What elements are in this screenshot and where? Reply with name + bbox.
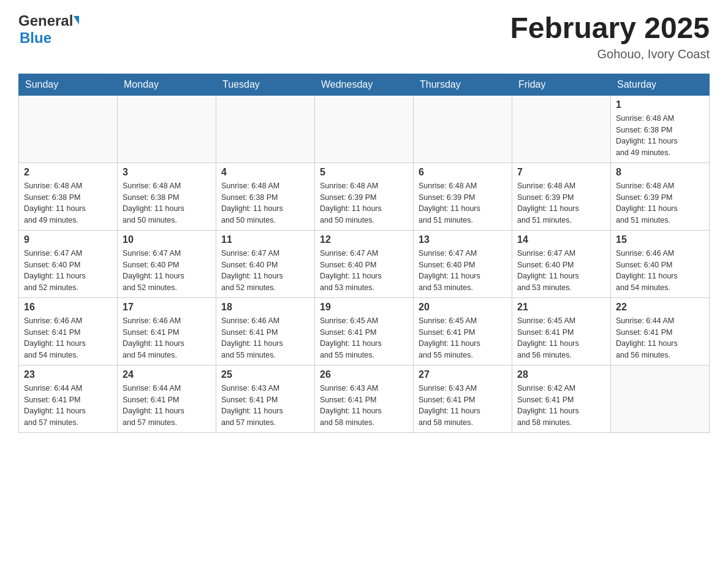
day-number: 22: [616, 302, 704, 313]
weekday-header-saturday: Saturday: [611, 74, 710, 95]
calendar-cell: 27Sunrise: 6:43 AMSunset: 6:41 PMDayligh…: [414, 365, 512, 432]
calendar-cell: 17Sunrise: 6:46 AMSunset: 6:41 PMDayligh…: [118, 297, 216, 365]
day-number: 26: [320, 369, 408, 380]
day-number: 4: [221, 167, 309, 178]
calendar-cell: 12Sunrise: 6:47 AMSunset: 6:40 PMDayligh…: [315, 230, 414, 297]
calendar-week-row: 2Sunrise: 6:48 AMSunset: 6:38 PMDaylight…: [19, 163, 710, 230]
day-info: Sunrise: 6:44 AMSunset: 6:41 PMDaylight:…: [123, 383, 211, 429]
weekday-header-monday: Monday: [118, 74, 216, 95]
day-number: 27: [419, 369, 507, 380]
day-number: 19: [320, 302, 408, 313]
calendar-cell: 1Sunrise: 6:48 AMSunset: 6:38 PMDaylight…: [611, 95, 710, 163]
calendar-cell: 20Sunrise: 6:45 AMSunset: 6:41 PMDayligh…: [414, 297, 512, 365]
day-info: Sunrise: 6:45 AMSunset: 6:41 PMDaylight:…: [320, 315, 408, 361]
day-info: Sunrise: 6:43 AMSunset: 6:41 PMDaylight:…: [320, 383, 408, 429]
calendar-cell: 4Sunrise: 6:48 AMSunset: 6:38 PMDaylight…: [216, 163, 315, 230]
weekday-header-sunday: Sunday: [19, 74, 118, 95]
day-info: Sunrise: 6:48 AMSunset: 6:38 PMDaylight:…: [616, 113, 704, 159]
day-info: Sunrise: 6:46 AMSunset: 6:41 PMDaylight:…: [24, 315, 112, 361]
day-info: Sunrise: 6:48 AMSunset: 6:38 PMDaylight:…: [123, 180, 211, 226]
day-info: Sunrise: 6:48 AMSunset: 6:38 PMDaylight:…: [221, 180, 309, 226]
day-info: Sunrise: 6:43 AMSunset: 6:41 PMDaylight:…: [221, 383, 309, 429]
weekday-header-tuesday: Tuesday: [216, 74, 315, 95]
day-info: Sunrise: 6:47 AMSunset: 6:40 PMDaylight:…: [320, 248, 408, 294]
calendar-cell: 3Sunrise: 6:48 AMSunset: 6:38 PMDaylight…: [118, 163, 216, 230]
day-info: Sunrise: 6:46 AMSunset: 6:41 PMDaylight:…: [123, 315, 211, 361]
day-number: 20: [419, 302, 507, 313]
calendar-cell: 24Sunrise: 6:44 AMSunset: 6:41 PMDayligh…: [118, 365, 216, 432]
day-info: Sunrise: 6:48 AMSunset: 6:39 PMDaylight:…: [616, 180, 704, 226]
day-info: Sunrise: 6:44 AMSunset: 6:41 PMDaylight:…: [616, 315, 704, 361]
calendar-cell: 16Sunrise: 6:46 AMSunset: 6:41 PMDayligh…: [19, 297, 118, 365]
day-number: 5: [320, 167, 408, 178]
calendar-cell: 22Sunrise: 6:44 AMSunset: 6:41 PMDayligh…: [611, 297, 710, 365]
day-number: 16: [24, 302, 112, 313]
calendar-cell: 23Sunrise: 6:44 AMSunset: 6:41 PMDayligh…: [19, 365, 118, 432]
calendar-cell: 10Sunrise: 6:47 AMSunset: 6:40 PMDayligh…: [118, 230, 216, 297]
calendar-cell: 2Sunrise: 6:48 AMSunset: 6:38 PMDaylight…: [19, 163, 118, 230]
day-number: 15: [616, 234, 704, 245]
calendar-cell: [216, 95, 315, 163]
calendar-cell: 5Sunrise: 6:48 AMSunset: 6:39 PMDaylight…: [315, 163, 414, 230]
day-number: 2: [24, 167, 112, 178]
day-info: Sunrise: 6:48 AMSunset: 6:39 PMDaylight:…: [320, 180, 408, 226]
calendar-cell: [611, 365, 710, 432]
weekday-header-thursday: Thursday: [414, 74, 512, 95]
day-number: 3: [123, 167, 211, 178]
calendar-cell: 21Sunrise: 6:45 AMSunset: 6:41 PMDayligh…: [512, 297, 611, 365]
page-header: General Blue February 2025 Gohouo, Ivory…: [18, 12, 710, 61]
calendar-week-row: 1Sunrise: 6:48 AMSunset: 6:38 PMDaylight…: [19, 95, 710, 163]
day-number: 14: [517, 234, 605, 245]
day-number: 25: [221, 369, 309, 380]
calendar-cell: [512, 95, 611, 163]
day-number: 6: [419, 167, 507, 178]
day-number: 13: [419, 234, 507, 245]
day-number: 9: [24, 234, 112, 245]
day-info: Sunrise: 6:45 AMSunset: 6:41 PMDaylight:…: [517, 315, 605, 361]
day-info: Sunrise: 6:47 AMSunset: 6:40 PMDaylight:…: [221, 248, 309, 294]
calendar-cell: [19, 95, 118, 163]
calendar-cell: [315, 95, 414, 163]
calendar-cell: 18Sunrise: 6:46 AMSunset: 6:41 PMDayligh…: [216, 297, 315, 365]
location-subtitle: Gohouo, Ivory Coast: [510, 47, 710, 61]
calendar-cell: 26Sunrise: 6:43 AMSunset: 6:41 PMDayligh…: [315, 365, 414, 432]
day-info: Sunrise: 6:47 AMSunset: 6:40 PMDaylight:…: [24, 248, 112, 294]
calendar-cell: 13Sunrise: 6:47 AMSunset: 6:40 PMDayligh…: [414, 230, 512, 297]
logo: General Blue: [18, 12, 79, 47]
calendar-cell: 14Sunrise: 6:47 AMSunset: 6:40 PMDayligh…: [512, 230, 611, 297]
day-info: Sunrise: 6:42 AMSunset: 6:41 PMDaylight:…: [517, 383, 605, 429]
calendar-week-row: 9Sunrise: 6:47 AMSunset: 6:40 PMDaylight…: [19, 230, 710, 297]
day-number: 23: [24, 369, 112, 380]
weekday-header-row: SundayMondayTuesdayWednesdayThursdayFrid…: [19, 74, 710, 95]
logo-general-text: General: [18, 12, 73, 29]
weekday-header-friday: Friday: [512, 74, 611, 95]
day-info: Sunrise: 6:46 AMSunset: 6:41 PMDaylight:…: [221, 315, 309, 361]
day-info: Sunrise: 6:47 AMSunset: 6:40 PMDaylight:…: [123, 248, 211, 294]
day-number: 11: [221, 234, 309, 245]
day-info: Sunrise: 6:47 AMSunset: 6:40 PMDaylight:…: [517, 248, 605, 294]
day-number: 17: [123, 302, 211, 313]
calendar-cell: 6Sunrise: 6:48 AMSunset: 6:39 PMDaylight…: [414, 163, 512, 230]
day-number: 12: [320, 234, 408, 245]
title-area: February 2025 Gohouo, Ivory Coast: [510, 12, 710, 61]
day-number: 8: [616, 167, 704, 178]
calendar-cell: 9Sunrise: 6:47 AMSunset: 6:40 PMDaylight…: [19, 230, 118, 297]
calendar-cell: 15Sunrise: 6:46 AMSunset: 6:40 PMDayligh…: [611, 230, 710, 297]
day-info: Sunrise: 6:46 AMSunset: 6:40 PMDaylight:…: [616, 248, 704, 294]
day-info: Sunrise: 6:43 AMSunset: 6:41 PMDaylight:…: [419, 383, 507, 429]
day-number: 1: [616, 99, 704, 110]
day-number: 24: [123, 369, 211, 380]
calendar-cell: 28Sunrise: 6:42 AMSunset: 6:41 PMDayligh…: [512, 365, 611, 432]
day-number: 28: [517, 369, 605, 380]
calendar-cell: [118, 95, 216, 163]
calendar-table: SundayMondayTuesdayWednesdayThursdayFrid…: [18, 74, 710, 433]
day-info: Sunrise: 6:48 AMSunset: 6:39 PMDaylight:…: [419, 180, 507, 226]
day-number: 10: [123, 234, 211, 245]
logo-blue-text: Blue: [20, 29, 51, 46]
day-number: 7: [517, 167, 605, 178]
calendar-week-row: 16Sunrise: 6:46 AMSunset: 6:41 PMDayligh…: [19, 297, 710, 365]
calendar-week-row: 23Sunrise: 6:44 AMSunset: 6:41 PMDayligh…: [19, 365, 710, 432]
logo-arrow-icon: [74, 16, 79, 25]
day-number: 21: [517, 302, 605, 313]
month-title: February 2025: [510, 12, 710, 45]
